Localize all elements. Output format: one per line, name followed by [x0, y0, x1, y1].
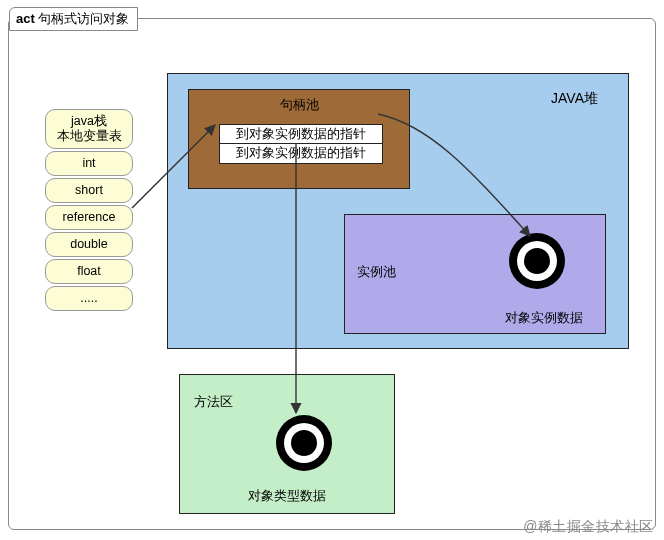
stack-item: float	[45, 259, 133, 284]
watermark: @稀土掘金技术社区	[523, 518, 654, 536]
type-data-pointer: 到对象实例数据的指针	[219, 144, 383, 164]
object-instance-label: 对象实例数据	[505, 309, 583, 327]
method-area-label: 方法区	[194, 393, 233, 411]
frame-title-bold: act	[16, 11, 35, 26]
instance-data-pointer: 到对象实例数据的指针	[219, 124, 383, 144]
handle-pool-label: 句柄池	[189, 96, 409, 114]
handle-pool: 句柄池 到对象实例数据的指针 到对象实例数据的指针	[188, 89, 410, 189]
stack-item: short	[45, 178, 133, 203]
stack-header: java栈 本地变量表	[45, 109, 133, 149]
object-instance-icon	[509, 233, 565, 289]
object-type-label: 对象类型数据	[180, 487, 394, 505]
stack-item: .....	[45, 286, 133, 311]
stack-item: int	[45, 151, 133, 176]
instance-pool-label: 实例池	[357, 263, 396, 281]
java-stack: java栈 本地变量表 int short reference double f…	[45, 109, 133, 313]
stack-item: double	[45, 232, 133, 257]
frame-title-tag: act 句柄式访问对象	[9, 7, 138, 31]
java-heap: JAVA堆 句柄池 到对象实例数据的指针 到对象实例数据的指针 实例池 对象实例…	[167, 73, 629, 349]
method-area: 方法区 对象类型数据	[179, 374, 395, 514]
stack-item-reference: reference	[45, 205, 133, 230]
instance-pool: 实例池 对象实例数据	[344, 214, 606, 334]
heap-label: JAVA堆	[551, 90, 598, 108]
frame-title-rest: 句柄式访问对象	[35, 11, 130, 26]
diagram-frame: act 句柄式访问对象 java栈 本地变量表 int short refere…	[8, 18, 656, 530]
object-type-icon	[276, 415, 332, 471]
